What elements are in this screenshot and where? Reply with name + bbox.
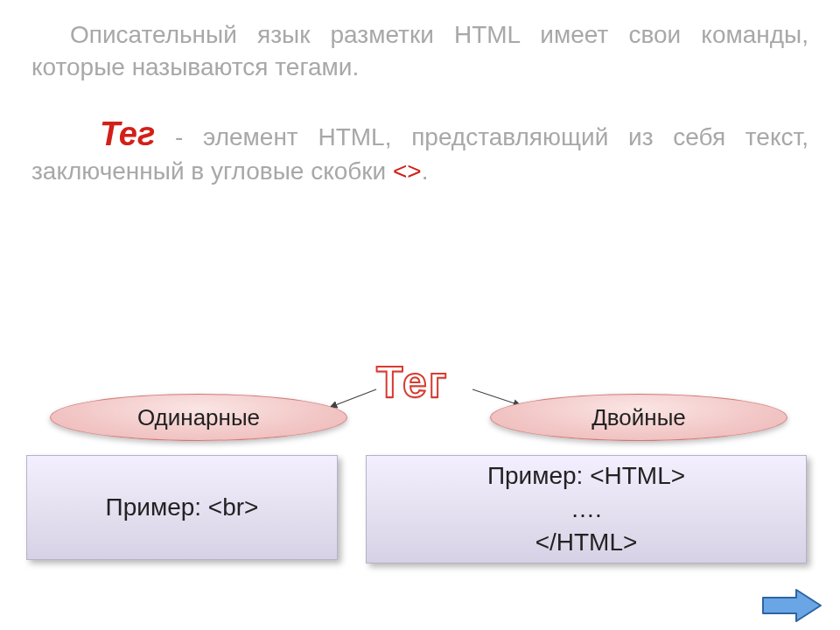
- svg-line-1: [472, 389, 520, 405]
- definition-paragraph: Тег - элемент HTML, представляющий из се…: [32, 112, 808, 188]
- definition-tail: .: [422, 158, 429, 185]
- term-teg: Тег: [100, 116, 155, 152]
- next-arrow-icon[interactable]: [761, 588, 822, 623]
- slide: Описательный язык разметки HTML имеет св…: [0, 0, 840, 630]
- svg-line-0: [331, 389, 376, 407]
- ellipse-double-label: Двойные: [592, 404, 686, 431]
- example-double-box: Пример: <HTML> …. </HTML>: [366, 455, 807, 564]
- example-double-text: Пример: <HTML> …. </HTML>: [487, 459, 685, 558]
- intro-paragraph: Описательный язык разметки HTML имеет св…: [32, 19, 808, 84]
- ellipse-single-label: Одинарные: [137, 404, 260, 431]
- example-single-text: Пример: <br>: [106, 491, 259, 524]
- teg-heading: Тег: [376, 357, 449, 408]
- ellipse-single-tags: Одинарные: [50, 394, 347, 441]
- svg-marker-2: [763, 590, 821, 621]
- example-single-box: Пример: <br>: [26, 455, 338, 560]
- ellipse-double-tags: Двойные: [490, 394, 788, 441]
- angle-brackets: <>: [393, 158, 422, 185]
